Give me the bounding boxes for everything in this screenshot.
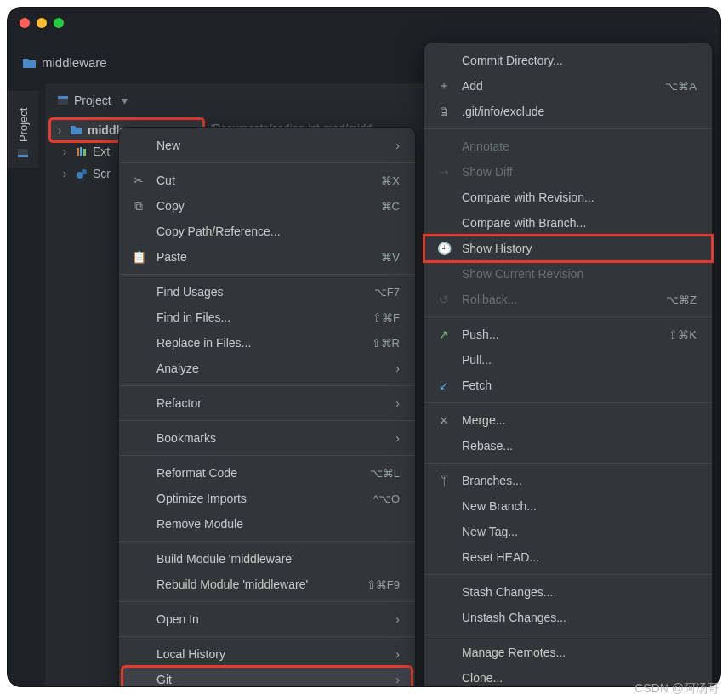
menu-copy[interactable]: ⧉Copy⌘C	[119, 193, 415, 219]
plus-icon: ＋	[436, 78, 452, 94]
push-icon: ↗	[436, 327, 452, 341]
project-title: middleware	[42, 55, 107, 70]
menu-git-exclude[interactable]: 🗎.git/info/exclude	[424, 99, 712, 124]
project-side-tab[interactable]: Project	[8, 91, 38, 168]
context-menu-main: New› ✂Cut⌘X ⧉Copy⌘C Copy Path/Reference.…	[118, 127, 416, 687]
menu-compare-branch[interactable]: Compare with Branch...	[424, 210, 712, 236]
folder-icon	[71, 125, 82, 135]
menu-rebuild-module[interactable]: Rebuild Module 'middleware'⇧⌘F9	[119, 572, 415, 597]
watermark: CSDN @阿汤哥	[634, 681, 719, 697]
menu-add[interactable]: ＋Add⌥⌘A	[424, 73, 712, 99]
menu-show-diff: ⇢Show Diff	[424, 159, 712, 185]
menu-fetch[interactable]: ↙Fetch	[424, 373, 712, 398]
menu-find-in-files[interactable]: Find in Files...⇧⌘F	[119, 304, 415, 330]
ide-window: middleware Project Project ▾ ›	[7, 7, 721, 687]
library-icon	[76, 146, 88, 157]
menu-refactor[interactable]: Refactor›	[119, 390, 415, 416]
context-menu-git: Commit Directory... ＋Add⌥⌘A 🗎.git/info/e…	[424, 42, 713, 687]
svg-rect-7	[77, 148, 79, 156]
diff-icon: ⇢	[436, 165, 452, 179]
menu-optimize-imports[interactable]: Optimize Imports^⌥O	[119, 486, 415, 511]
chevron-right-icon: ›	[54, 123, 65, 137]
fetch-icon: ↙	[436, 378, 452, 392]
clipboard-icon: 📋	[131, 250, 146, 264]
menu-reformat[interactable]: Reformat Code⌥⌘L	[119, 460, 415, 486]
menu-stash[interactable]: Stash Changes...	[424, 579, 712, 605]
menu-branches[interactable]: ᛘBranches...	[424, 468, 712, 493]
menu-new-tag[interactable]: New Tag...	[424, 519, 712, 544]
clock-icon: 🕘	[436, 242, 452, 255]
branch-icon: ᛘ	[436, 474, 452, 487]
menu-pull[interactable]: Pull...	[424, 347, 712, 373]
chevron-right-icon: ›	[59, 167, 71, 180]
menu-replace-in-files[interactable]: Replace in Files...⇧⌘R	[119, 330, 415, 356]
svg-rect-8	[80, 147, 82, 156]
menu-annotate: Annotate	[424, 134, 712, 159]
svg-rect-0	[19, 155, 29, 157]
menu-compare-revision[interactable]: Compare with Revision...	[424, 185, 712, 210]
menu-unstash[interactable]: Unstash Changes...	[424, 605, 712, 630]
menu-show-current: Show Current Revision	[424, 261, 712, 287]
menu-find-usages[interactable]: Find Usages⌥F7	[119, 279, 415, 304]
rollback-icon: ↺	[436, 293, 452, 306]
menu-rollback: ↺Rollback...⌥⌘Z	[424, 287, 712, 312]
scissors-icon: ✂	[131, 174, 146, 187]
menu-analyze[interactable]: Analyze›	[119, 356, 415, 381]
chevron-down-icon: ▾	[122, 94, 128, 107]
menu-copy-path[interactable]: Copy Path/Reference...	[119, 219, 415, 244]
chevron-right-icon: ›	[59, 145, 71, 158]
svg-rect-2	[58, 96, 68, 99]
menu-bookmarks[interactable]: Bookmarks›	[119, 425, 415, 451]
menu-manage-remotes[interactable]: Manage Remotes...	[424, 640, 712, 665]
svg-rect-3	[58, 99, 68, 105]
scratch-icon	[76, 168, 88, 179]
menu-merge[interactable]: ⤩Merge...	[424, 407, 712, 433]
titlebar	[8, 8, 720, 38]
svg-point-11	[82, 169, 87, 174]
menu-show-history[interactable]: 🕘Show History	[424, 236, 712, 261]
svg-rect-1	[19, 149, 29, 155]
menu-reset-head[interactable]: Reset HEAD...	[424, 544, 712, 570]
menu-push[interactable]: ↗Push...⇧⌘K	[424, 322, 712, 347]
close-icon[interactable]	[20, 18, 30, 28]
svg-rect-9	[83, 149, 86, 156]
menu-cut[interactable]: ✂Cut⌘X	[119, 168, 415, 193]
menu-new-branch[interactable]: New Branch...	[424, 493, 712, 519]
menu-git[interactable]: Git›	[122, 667, 412, 687]
panel-title[interactable]: Project ▾	[57, 94, 128, 107]
project-icon	[57, 94, 69, 106]
menu-new[interactable]: New›	[119, 133, 415, 158]
menu-local-history[interactable]: Local History›	[119, 641, 415, 667]
folder-icon	[23, 57, 37, 69]
minimize-icon[interactable]	[37, 18, 47, 28]
file-icon: 🗎	[436, 105, 452, 118]
zoom-icon[interactable]	[54, 18, 64, 28]
merge-icon: ⤩	[436, 413, 452, 427]
menu-remove-module[interactable]: Remove Module	[119, 511, 415, 537]
menu-build-module[interactable]: Build Module 'middleware'	[119, 546, 415, 572]
menu-commit-directory[interactable]: Commit Directory...	[424, 48, 712, 73]
menu-paste[interactable]: 📋Paste⌘V	[119, 244, 415, 270]
menu-rebase[interactable]: Rebase...	[424, 433, 712, 458]
copy-icon: ⧉	[131, 199, 146, 213]
menu-open-in[interactable]: Open In›	[119, 606, 415, 632]
